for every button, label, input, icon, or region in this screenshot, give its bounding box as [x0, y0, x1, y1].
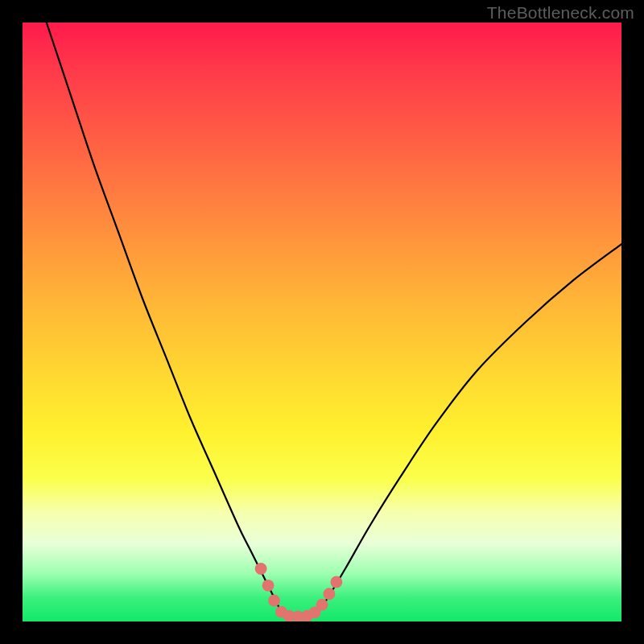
- right-curve: [316, 244, 621, 615]
- left-curve: [47, 23, 283, 616]
- highlight-dot: [268, 595, 280, 607]
- chart-plot-area: [23, 23, 621, 621]
- chart-svg: [23, 23, 621, 621]
- highlight-dot: [330, 576, 342, 588]
- chart-frame: TheBottleneck.com: [0, 0, 644, 644]
- curve-group: [47, 23, 621, 619]
- highlight-dot: [262, 580, 275, 592]
- highlight-dot: [323, 588, 335, 600]
- marker-group: [255, 563, 343, 621]
- highlight-dot: [316, 599, 328, 611]
- highlight-dot: [255, 563, 267, 575]
- watermark-text: TheBottleneck.com: [487, 3, 634, 23]
